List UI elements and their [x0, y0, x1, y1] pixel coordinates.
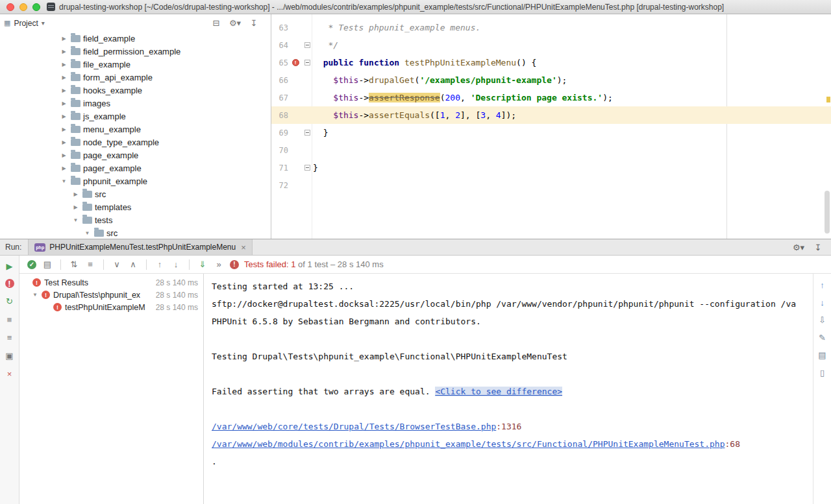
open-results-in-editor-icon[interactable]: ✎ [817, 332, 828, 342]
failed-test-run-marker-icon[interactable] [292, 59, 299, 66]
test-tree-item[interactable]: !testPhpUnitExampleM28 s 140 ms [19, 301, 203, 313]
chevron-right-icon[interactable]: ▶ [60, 126, 68, 132]
clear-all-icon[interactable]: ▯ [817, 367, 828, 378]
previous-failed-test-icon[interactable]: ↑ [155, 259, 165, 270]
tree-item-form_api_example[interactable]: ▶form_api_example [0, 71, 271, 84]
tree-item-pager_example[interactable]: ▶pager_example [0, 162, 271, 174]
more-options-icon[interactable]: » [214, 259, 224, 270]
expand-all-icon[interactable]: ∨ [112, 259, 122, 270]
chevron-right-icon[interactable]: ▶ [72, 191, 79, 197]
tree-item-tests[interactable]: ▼tests [0, 213, 271, 226]
tree-item-src[interactable]: ▶src [0, 187, 271, 200]
toggle-auto-test-icon[interactable]: ↻ [5, 296, 15, 306]
fold-icon[interactable] [304, 42, 310, 48]
tests-failed-status: Tests failed: 1 [244, 259, 296, 269]
tree-item-src[interactable]: ▼src [0, 226, 271, 239]
rerun-test-icon[interactable]: ▶ [5, 261, 15, 271]
tree-item-js_example[interactable]: ▶js_example [0, 110, 271, 123]
chevron-right-icon[interactable]: ▶ [72, 204, 79, 210]
code-line[interactable]: 69 } [271, 124, 831, 141]
down-the-stack-trace-icon[interactable]: ↓ [817, 297, 828, 307]
collapse-all-icon[interactable]: ∧ [128, 259, 138, 270]
close-icon[interactable]: × [5, 368, 15, 379]
chevron-down-icon[interactable]: ▾ [42, 19, 45, 27]
chevron-right-icon[interactable]: ▶ [60, 101, 68, 106]
import-test-results-icon[interactable]: ⇓ [197, 259, 208, 270]
tree-item-node_type_example[interactable]: ▶node_type_example [0, 136, 271, 149]
rerun-failed-tests-icon[interactable]: ! [5, 279, 14, 288]
code-line[interactable]: 66 $this->drupalGet('/examples/phpunit-e… [271, 71, 831, 89]
chevron-down-icon[interactable]: ▼ [32, 292, 42, 298]
hide-panel-icon[interactable]: ↧ [249, 18, 259, 29]
window-title: drupal-testing-workshop [~/Code/os/drupa… [59, 3, 825, 12]
chevron-down-icon[interactable]: ▼ [60, 178, 68, 184]
fold-icon[interactable] [304, 60, 310, 66]
line-location: :68 [725, 439, 740, 449]
run-tab[interactable]: php PHPUnitExampleMenuTest.testPhpUnitEx… [28, 239, 252, 255]
code-line[interactable]: 65 public function testPhpUnitExampleMen… [271, 54, 831, 71]
tree-item-phpunit_example[interactable]: ▼phpunit_example [0, 174, 271, 187]
tree-item-field_permission_example[interactable]: ▶field_permission_example [0, 45, 271, 58]
chevron-right-icon[interactable]: ▶ [60, 139, 68, 145]
settings-gear-icon[interactable]: ⚙▾ [230, 18, 240, 29]
tree-item-images[interactable]: ▶images [0, 97, 271, 110]
next-failed-test-icon[interactable]: ↓ [171, 259, 181, 270]
code-line[interactable]: 70 [271, 141, 831, 159]
chevron-right-icon[interactable]: ▶ [60, 165, 68, 171]
print-icon[interactable]: ▤ [817, 350, 828, 360]
minimize-window-button[interactable] [19, 3, 27, 11]
tree-item-label: menu_example [83, 125, 141, 134]
zoom-window-button[interactable] [32, 3, 40, 11]
code-text: $this->assertResponse(200, 'Description … [312, 89, 613, 106]
folder-icon [71, 87, 81, 94]
code-line[interactable]: 63 * Tests phpunit_example menus. [271, 19, 831, 36]
code-line[interactable]: 67 $this->assertResponse(200, 'Descripti… [271, 89, 831, 106]
editor-scrollbar[interactable] [825, 191, 830, 234]
show-ignored-icon[interactable]: ▤ [42, 259, 53, 270]
code-line[interactable]: 72 [271, 176, 831, 194]
console-output[interactable]: Testing started at 13:25 ...sftp://docke… [204, 274, 813, 504]
pin-tab-icon[interactable]: ▣ [5, 350, 15, 361]
tree-item-field_example[interactable]: ▶field_example [0, 32, 271, 45]
tree-item-hooks_example[interactable]: ▶hooks_example [0, 84, 271, 97]
hide-passed-icon[interactable]: ✓ [27, 260, 36, 269]
chevron-right-icon[interactable]: ▶ [60, 88, 68, 93]
tree-item-menu_example[interactable]: ▶menu_example [0, 123, 271, 136]
code-line[interactable]: 64 */ [271, 36, 831, 54]
settings-gear-icon[interactable]: ⚙▾ [793, 242, 804, 252]
fold-icon[interactable] [304, 165, 310, 171]
chevron-right-icon[interactable]: ▶ [60, 152, 68, 158]
code-line[interactable]: 71} [271, 159, 831, 176]
restore-layout-icon[interactable]: ≡ [5, 332, 15, 342]
sort-alphabetically-icon[interactable]: ≡ [85, 259, 95, 270]
close-window-button[interactable] [6, 3, 14, 11]
code-line[interactable]: 68 $this->assertEquals([1, 2], [3, 4]); [271, 106, 831, 124]
console-text: . [212, 457, 217, 466]
chevron-right-icon[interactable]: ▶ [60, 49, 68, 54]
warning-stripe-mark[interactable] [826, 97, 830, 102]
up-the-stack-trace-icon[interactable]: ↑ [817, 280, 828, 290]
fold-icon[interactable] [304, 130, 310, 136]
stack-trace-link[interactable]: /var/www/web/core/tests/Drupal/Tests/Bro… [212, 422, 496, 431]
hide-panel-icon[interactable]: ↧ [813, 242, 823, 252]
tree-item-page_example[interactable]: ▶page_example [0, 149, 271, 162]
chevron-right-icon[interactable]: ▶ [60, 75, 68, 80]
chevron-down-icon[interactable]: ▼ [72, 217, 79, 223]
collapse-all-icon[interactable]: ⊟ [211, 18, 221, 29]
tree-item-file_example[interactable]: ▶file_example [0, 58, 271, 71]
sort-by-duration-icon[interactable]: ⇅ [69, 259, 79, 270]
editor-gutter: 66 [271, 71, 312, 89]
editor-pane[interactable]: 63 * Tests phpunit_example menus.64 */65… [271, 14, 831, 239]
test-tree-item[interactable]: ▼!Drupal\Tests\phpunit_ex28 s 140 ms [19, 289, 203, 301]
chevron-right-icon[interactable]: ▶ [60, 114, 68, 119]
export-test-results-icon[interactable]: ⇩ [817, 315, 828, 325]
chevron-down-icon[interactable]: ▼ [84, 230, 91, 236]
chevron-right-icon[interactable]: ▶ [60, 36, 68, 42]
stack-trace-link[interactable]: /var/www/web/modules/contrib/examples/ph… [212, 439, 725, 449]
see-difference-link[interactable]: <Click to see difference> [435, 387, 562, 396]
chevron-right-icon[interactable]: ▶ [60, 62, 68, 67]
tree-item-templates[interactable]: ▶templates [0, 200, 271, 213]
close-tab-icon[interactable]: × [241, 243, 246, 252]
test-tree-item[interactable]: !Test Results28 s 140 ms [19, 276, 203, 289]
stop-icon[interactable]: ■ [5, 314, 15, 324]
